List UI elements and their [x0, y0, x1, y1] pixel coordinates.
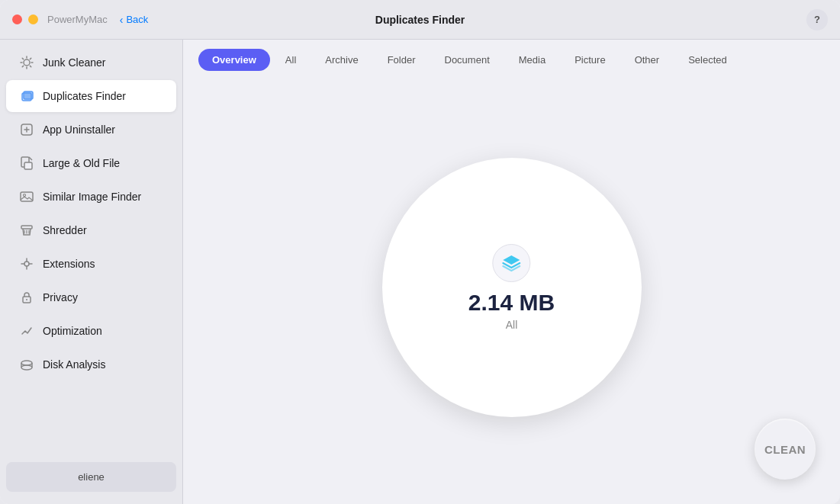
svg-point-0: [24, 59, 30, 66]
tab-document[interactable]: Document: [431, 49, 504, 71]
shredder-icon: [18, 222, 35, 239]
svg-rect-3: [24, 91, 33, 99]
tab-picture[interactable]: Picture: [561, 49, 619, 71]
tab-folder[interactable]: Folder: [374, 49, 430, 71]
titlebar: PowerMyMac ‹ Back Duplicates Finder ?: [0, 0, 840, 40]
tab-archive[interactable]: Archive: [311, 49, 372, 71]
donut-center: 2.14 MB All: [468, 244, 555, 331]
extensions-icon: [18, 255, 35, 272]
sidebar-item-shredder[interactable]: Shredder: [6, 214, 176, 246]
svg-point-11: [24, 262, 29, 266]
help-button[interactable]: ?: [806, 9, 828, 30]
tab-overview[interactable]: Overview: [198, 49, 270, 71]
svg-rect-8: [21, 192, 33, 201]
tabbar: Overview All Archive Folder Document Med…: [183, 40, 840, 71]
donut-chart: 2.14 MB All: [375, 150, 649, 425]
layers-icon: [492, 244, 530, 282]
app-name: PowerMyMac: [47, 14, 108, 25]
sidebar-item-optimization[interactable]: Optimization: [6, 315, 176, 347]
privacy-icon: [18, 289, 35, 306]
sidebar-label-extensions: Extensions: [43, 258, 95, 270]
duplicates-icon: [18, 88, 35, 104]
sidebar-label-duplicates-finder: Duplicates Finder: [43, 90, 126, 102]
content-area: Overview All Archive Folder Document Med…: [183, 40, 840, 504]
clean-label: CLEAN: [764, 443, 806, 456]
file-icon: [18, 155, 35, 172]
sidebar-label-shredder: Shredder: [43, 224, 87, 236]
user-button[interactable]: eliene: [6, 462, 176, 492]
svg-rect-7: [24, 162, 32, 169]
help-label: ?: [814, 14, 820, 25]
back-chevron-icon: ‹: [120, 14, 124, 26]
svg-point-9: [24, 194, 26, 197]
main-window: PowerMyMac ‹ Back Duplicates Finder ? Ju…: [0, 0, 840, 504]
sidebar: Junk Cleaner Duplicates Finder: [0, 40, 183, 504]
sidebar-label-privacy: Privacy: [43, 291, 78, 303]
sidebar-item-privacy[interactable]: Privacy: [6, 281, 176, 313]
optimization-icon: [18, 323, 35, 339]
disk-icon: [18, 356, 35, 373]
tab-all[interactable]: All: [272, 49, 310, 71]
tab-media[interactable]: Media: [505, 49, 559, 71]
tab-other[interactable]: Other: [621, 49, 674, 71]
back-label: Back: [126, 14, 148, 25]
svg-rect-10: [21, 226, 32, 229]
svg-point-13: [26, 299, 27, 300]
page-title: Duplicates Finder: [375, 14, 465, 26]
sidebar-label-app-uninstaller: App Uninstaller: [43, 124, 115, 136]
chart-area: 2.14 MB All CLEAN: [183, 71, 840, 504]
sidebar-item-junk-cleaner[interactable]: Junk Cleaner: [6, 47, 176, 79]
sidebar-label-large-old-file: Large & Old File: [43, 157, 120, 169]
gear-icon: [18, 54, 35, 71]
sidebar-label-junk-cleaner: Junk Cleaner: [43, 56, 106, 69]
sidebar-item-similar-image-finder[interactable]: Similar Image Finder: [6, 181, 176, 213]
clean-button[interactable]: CLEAN: [755, 419, 816, 480]
minimize-button[interactable]: [28, 14, 38, 24]
sidebar-item-large-old-file[interactable]: Large & Old File: [6, 147, 176, 179]
sidebar-item-app-uninstaller[interactable]: App Uninstaller: [6, 114, 176, 146]
user-label: eliene: [78, 471, 105, 483]
close-button[interactable]: [12, 14, 22, 24]
main-layout: Junk Cleaner Duplicates Finder: [0, 40, 840, 504]
tab-selected[interactable]: Selected: [674, 49, 741, 71]
sidebar-label-disk-analysis: Disk Analysis: [43, 358, 105, 371]
svg-point-15: [21, 361, 32, 365]
svg-point-14: [21, 365, 32, 370]
chart-size-label: 2.14 MB: [468, 291, 555, 314]
app-uninstaller-icon: [18, 121, 35, 138]
sidebar-item-disk-analysis[interactable]: Disk Analysis: [6, 348, 176, 380]
sidebar-label-optimization: Optimization: [43, 325, 102, 337]
back-button[interactable]: ‹ Back: [120, 14, 149, 26]
image-icon: [18, 188, 35, 205]
sidebar-item-extensions[interactable]: Extensions: [6, 248, 176, 280]
traffic-lights: [12, 14, 38, 24]
sidebar-item-duplicates-finder[interactable]: Duplicates Finder: [6, 80, 176, 112]
sidebar-label-similar-image-finder: Similar Image Finder: [43, 191, 141, 203]
chart-category-label: All: [506, 319, 518, 331]
